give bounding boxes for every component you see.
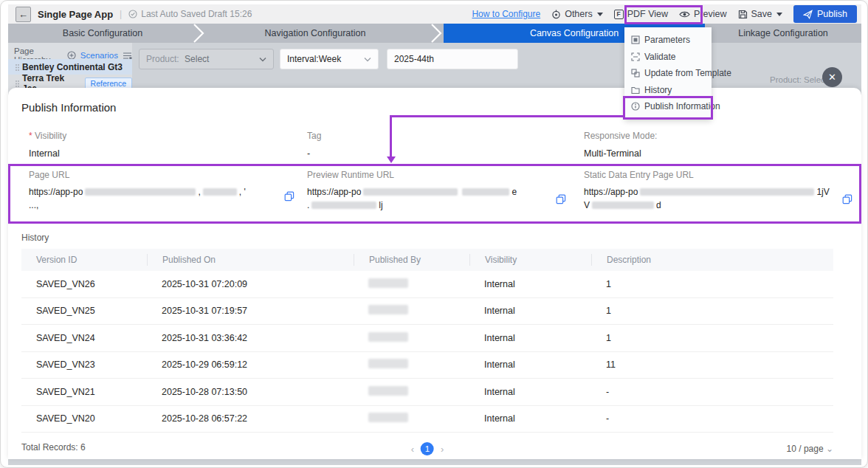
- description-cell: 1: [591, 306, 833, 316]
- tag-label: Tag: [307, 131, 321, 141]
- right-product-filter[interactable]: Product: Select: [770, 75, 827, 84]
- published-on-cell: 2025-10-29 06:59:12: [147, 359, 354, 370]
- collapse-list-icon[interactable]: [123, 52, 132, 60]
- validate-icon: [631, 52, 640, 61]
- chevron-down-icon: [597, 13, 603, 16]
- drag-handle-icon[interactable]: [16, 64, 17, 66]
- top-bar-actions: How to Configure Others F PDF View Previ…: [472, 4, 857, 24]
- tab-basic-configuration[interactable]: Basic Configuration: [8, 24, 197, 43]
- visibility-cell: Internal: [469, 306, 591, 316]
- page-number-button[interactable]: 1: [421, 442, 434, 455]
- back-button[interactable]: ←: [16, 7, 31, 22]
- history-section-title: History: [21, 233, 49, 243]
- redacted-url-segment: [203, 188, 237, 196]
- visibility-value: Internal: [29, 148, 60, 159]
- version-id-cell: SAVED_VN23: [21, 359, 147, 370]
- visibility-cell: Internal: [469, 413, 591, 424]
- table-footer: Total Records: 6 ‹ 1 › 10 / page ⌄: [21, 442, 833, 457]
- menu-item-update-from-template[interactable]: Update from Template: [624, 65, 712, 82]
- publish-button[interactable]: Publish: [793, 5, 857, 23]
- save-icon: [738, 10, 748, 19]
- copy-icon[interactable]: [556, 194, 566, 204]
- published-by-cell: [354, 305, 469, 317]
- tab-linkage-configuration[interactable]: Linkage Configuration: [705, 24, 861, 43]
- url-text: .: [307, 200, 309, 210]
- redacted-url-segment: [311, 202, 376, 209]
- others-button[interactable]: Others: [551, 9, 603, 19]
- parameters-icon: [631, 35, 640, 44]
- published-on-cell: 2025-10-31 07:19:57: [147, 306, 354, 316]
- menu-item-validate[interactable]: Validate: [624, 49, 712, 66]
- column-published-on: Published On: [147, 254, 354, 266]
- url-text: V: [584, 200, 590, 210]
- responsive-mode-value: Multi-Terminal: [584, 148, 641, 159]
- published-by-cell: [354, 278, 469, 290]
- close-button[interactable]: ✕: [822, 67, 842, 87]
- table-body: SAVED_VN262025-10-31 07:20:09Internal1SA…: [21, 271, 833, 433]
- url-text: https://app-po: [307, 187, 361, 197]
- preview-runtime-url-value: .lj: [307, 199, 551, 212]
- column-version-id: Version ID: [21, 254, 147, 266]
- description-cell: -: [591, 413, 833, 424]
- url-text: https://app-po: [584, 187, 638, 197]
- description-cell: 1: [591, 279, 833, 289]
- menu-item-history[interactable]: History: [624, 82, 712, 99]
- others-dropdown-menu: Parameters Validate Update from Template…: [624, 27, 712, 120]
- redacted-publisher: [368, 386, 408, 396]
- step-chevron-icon: [430, 24, 442, 43]
- redacted-publisher: [368, 332, 408, 342]
- tag-value: -: [307, 148, 310, 159]
- version-id-cell: SAVED_VN26: [21, 279, 147, 289]
- url-text: https://app-po: [29, 187, 83, 197]
- pagination: ‹ 1 ›: [411, 442, 444, 455]
- next-page-icon[interactable]: ›: [441, 444, 444, 455]
- table-row: SAVED_VN212025-10-28 07:13:50Internal-: [21, 379, 833, 406]
- paper-plane-icon: [803, 10, 813, 19]
- close-icon: ✕: [828, 72, 836, 83]
- how-to-configure-link[interactable]: How to Configure: [472, 9, 540, 19]
- pdf-view-button[interactable]: F PDF View: [614, 9, 668, 19]
- app-window: ← Single Page App | Last Auto Saved Draf…: [0, 0, 868, 468]
- top-bar: ← Single Page App | Last Auto Saved Draf…: [8, 4, 861, 24]
- preview-button[interactable]: Preview: [679, 9, 726, 19]
- interval-select[interactable]: Interval:Week: [280, 49, 379, 69]
- save-button[interactable]: Save: [738, 9, 783, 19]
- table-row: SAVED_VN252025-10-31 07:19:57Internal1: [21, 298, 833, 326]
- visibility-cell: Internal: [469, 279, 591, 289]
- redacted-publisher: [368, 413, 408, 422]
- chevron-down-icon: [776, 13, 782, 16]
- week-input[interactable]: 2025-44th: [387, 49, 518, 69]
- url-text: ...,: [29, 200, 38, 210]
- update-from-template-icon: [631, 69, 640, 78]
- preview-runtime-url-label: Preview Runtime URL: [307, 170, 551, 180]
- redacted-publisher: [368, 278, 408, 288]
- column-visibility: Visibility: [469, 254, 591, 266]
- redacted-url-segment: [363, 188, 458, 196]
- copy-icon[interactable]: [284, 191, 294, 202]
- version-id-cell: SAVED_VN21: [21, 387, 147, 397]
- url-text: d: [656, 200, 661, 210]
- title-divider: |: [120, 9, 122, 19]
- column-description: Description: [591, 254, 833, 266]
- published-on-cell: 2025-10-28 07:13:50: [147, 387, 354, 397]
- menu-item-parameters[interactable]: Parameters: [624, 32, 712, 49]
- tab-navigation-configuration[interactable]: Navigation Configuration: [197, 24, 433, 43]
- url-text: lj: [379, 200, 382, 210]
- eye-icon: [679, 10, 690, 18]
- table-row: SAVED_VN242025-10-31 03:36:42Internal1: [21, 325, 833, 352]
- copy-icon[interactable]: [842, 194, 852, 204]
- table-row: SAVED_VN262025-10-31 07:20:09Internal1: [21, 271, 833, 298]
- redacted-url-segment: [592, 202, 654, 209]
- published-by-cell: [354, 386, 469, 398]
- menu-item-publish-information[interactable]: Publish Information: [624, 98, 712, 115]
- table-header-row: Version ID Published On Published By Vis…: [21, 249, 833, 271]
- previous-page-icon[interactable]: ‹: [411, 444, 414, 455]
- redacted-publisher: [368, 359, 408, 368]
- table-row: SAVED_VN202025-10-28 06:57:22Internal-: [21, 406, 833, 433]
- check-circle-icon: [128, 10, 137, 18]
- product-select[interactable]: Product: Select: [139, 49, 274, 69]
- drag-handle-icon[interactable]: [16, 80, 17, 82]
- page-size-select[interactable]: 10 / page ⌄: [787, 444, 833, 454]
- configuration-steps-bar: Basic Configuration Navigation Configura…: [8, 24, 861, 43]
- total-records-label: Total Records: 6: [21, 442, 86, 452]
